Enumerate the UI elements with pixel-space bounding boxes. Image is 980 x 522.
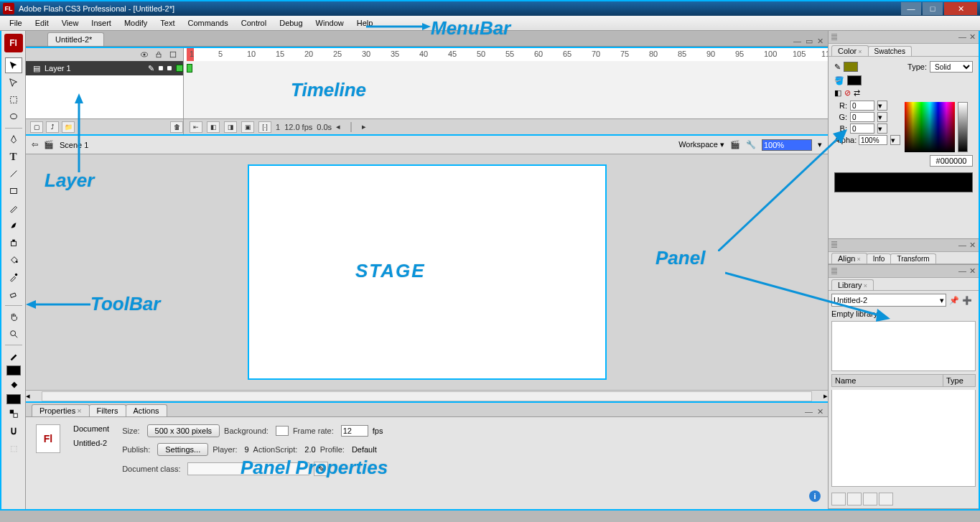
menu-insert[interactable]: Insert — [85, 17, 118, 29]
document-tab[interactable]: Untitled-2* — [47, 32, 104, 46]
new-library-icon[interactable]: ➕ — [962, 296, 972, 305]
new-motion-guide-button[interactable]: ⤴ — [46, 121, 59, 133]
panel-minimize-icon[interactable]: — — [805, 407, 813, 416]
new-layer-button[interactable]: ▢ — [30, 121, 43, 133]
panel-close-icon[interactable]: ✕ — [817, 407, 823, 416]
menu-help[interactable]: Help — [350, 17, 380, 29]
properties-lib-button[interactable] — [863, 493, 877, 505]
eyedropper-tool[interactable] — [5, 269, 22, 285]
ink-bottle-tool[interactable] — [5, 235, 22, 251]
line-tool[interactable] — [5, 166, 22, 182]
frame-area[interactable] — [184, 61, 828, 75]
text-tool[interactable]: T — [5, 149, 22, 164]
scene-name[interactable]: Scene 1 — [60, 141, 88, 149]
hand-tool[interactable] — [5, 309, 22, 325]
free-transform-tool[interactable] — [5, 92, 22, 108]
subselection-tool[interactable] — [5, 75, 22, 90]
bw-icon[interactable]: ◧ — [834, 88, 841, 98]
modify-markers-button[interactable]: [·] — [258, 121, 271, 133]
lock-icon[interactable] — [154, 50, 163, 59]
onion-outline-button[interactable]: ◨ — [224, 121, 237, 133]
tab-library[interactable]: Library× — [831, 279, 874, 290]
b-spinner[interactable]: ▾ — [877, 123, 887, 134]
edit-scene-button-icon[interactable]: 🎬 — [730, 140, 740, 149]
library-doc-select[interactable]: Untitled-2▾ — [831, 294, 946, 307]
keyframe-icon[interactable] — [187, 64, 192, 73]
r-input[interactable] — [850, 101, 874, 111]
maximize-button[interactable]: □ — [923, 2, 943, 15]
delete-lib-button[interactable] — [879, 493, 893, 505]
alpha-input[interactable] — [859, 135, 887, 145]
menu-commands[interactable]: Commands — [181, 17, 234, 29]
type-select[interactable]: Solid — [930, 61, 973, 73]
alpha-spinner[interactable]: ▾ — [890, 135, 900, 145]
tab-filters[interactable]: Filters — [89, 404, 126, 416]
fill-color-swatch[interactable] — [847, 75, 862, 85]
fill-color-icon[interactable] — [5, 377, 22, 393]
menu-edit[interactable]: Edit — [29, 17, 55, 29]
swap-icon[interactable]: ⇄ — [854, 88, 860, 98]
stroke-color-icon[interactable] — [5, 348, 22, 364]
minimize-button[interactable]: — — [901, 2, 921, 15]
r-spinner[interactable]: ▾ — [877, 101, 887, 111]
tab-properties[interactable]: Properties× — [32, 404, 90, 416]
background-swatch[interactable] — [276, 426, 289, 436]
fill-swatch[interactable] — [6, 394, 21, 404]
stage-hscrollbar[interactable]: ◂ ▸ — [26, 390, 828, 401]
zoom-dropdown-icon[interactable]: ▾ — [818, 140, 822, 149]
new-folder-button[interactable]: 📁 — [62, 121, 75, 133]
color-panel-minimize-icon[interactable]: — — [958, 32, 966, 42]
workspace-menu[interactable]: Workspace ▾ — [678, 140, 724, 149]
eye-icon[interactable] — [140, 50, 149, 59]
tab-align[interactable]: Align× — [831, 253, 867, 264]
value-slider[interactable] — [958, 102, 968, 152]
timeline-scroll-left-icon[interactable]: ◂ — [336, 122, 340, 131]
layer-visible-dot[interactable] — [159, 66, 163, 70]
pin-library-icon[interactable]: 📌 — [949, 296, 959, 305]
menu-text[interactable]: Text — [154, 17, 181, 29]
doc-close-icon[interactable]: ✕ — [817, 37, 823, 46]
document-class-input[interactable] — [187, 462, 309, 475]
tab-color[interactable]: Color× — [831, 45, 869, 56]
tab-info[interactable]: Info — [867, 253, 892, 264]
center-frame-button[interactable]: ⇤ — [190, 121, 202, 133]
tab-transform[interactable]: Transform — [890, 253, 935, 264]
publish-settings-button[interactable]: Settings... — [157, 443, 208, 456]
g-input[interactable] — [850, 112, 874, 122]
snap-icon[interactable] — [5, 423, 22, 439]
options-icon[interactable]: ⬚ — [5, 440, 22, 456]
layer-outline-swatch[interactable] — [176, 65, 183, 72]
menu-file[interactable]: File — [3, 17, 29, 29]
menu-view[interactable]: View — [55, 17, 85, 29]
brush-tool[interactable] — [5, 218, 22, 233]
menu-window[interactable]: Window — [309, 17, 350, 29]
layer-row[interactable]: ▤ Layer 1 ✎ — [26, 61, 828, 75]
outline-icon[interactable] — [169, 50, 177, 59]
zoom-tool[interactable] — [5, 326, 22, 342]
pen-tool[interactable] — [5, 131, 22, 147]
col-type[interactable]: Type — [943, 375, 975, 386]
edit-symbol-button-icon[interactable]: 🔧 — [746, 140, 756, 149]
stroke-pencil-icon[interactable]: ✎ — [834, 62, 841, 72]
edit-multiple-button[interactable]: ▣ — [241, 121, 254, 133]
selection-tool[interactable] — [5, 57, 22, 73]
timeline-ruler[interactable]: 1510152025303540455055606570758085909510… — [184, 48, 828, 61]
onion-skin-button[interactable]: ◧ — [207, 121, 220, 133]
info-icon[interactable]: i — [809, 490, 821, 502]
edit-scene-icon[interactable]: ⇦ — [32, 140, 38, 149]
menu-control[interactable]: Control — [235, 17, 273, 29]
hex-input[interactable]: #000000 — [930, 155, 973, 167]
new-folder-lib-button[interactable] — [847, 493, 862, 505]
library-list[interactable] — [831, 390, 976, 487]
library-panel-minimize-icon[interactable]: — — [958, 266, 966, 276]
rectangle-tool[interactable] — [5, 183, 22, 199]
paint-bucket-tool[interactable] — [5, 252, 22, 268]
stage-canvas[interactable] — [248, 164, 607, 380]
size-button[interactable]: 500 x 300 pixels — [147, 424, 220, 437]
align-panel-close-icon[interactable]: ✕ — [969, 241, 976, 250]
doc-restore-icon[interactable]: ▭ — [806, 37, 813, 46]
menu-modify[interactable]: Modify — [118, 17, 154, 29]
doc-minimize-icon[interactable]: — — [793, 37, 801, 46]
library-panel-close-icon[interactable]: ✕ — [969, 266, 976, 276]
timeline-scrollbar[interactable] — [350, 122, 352, 132]
